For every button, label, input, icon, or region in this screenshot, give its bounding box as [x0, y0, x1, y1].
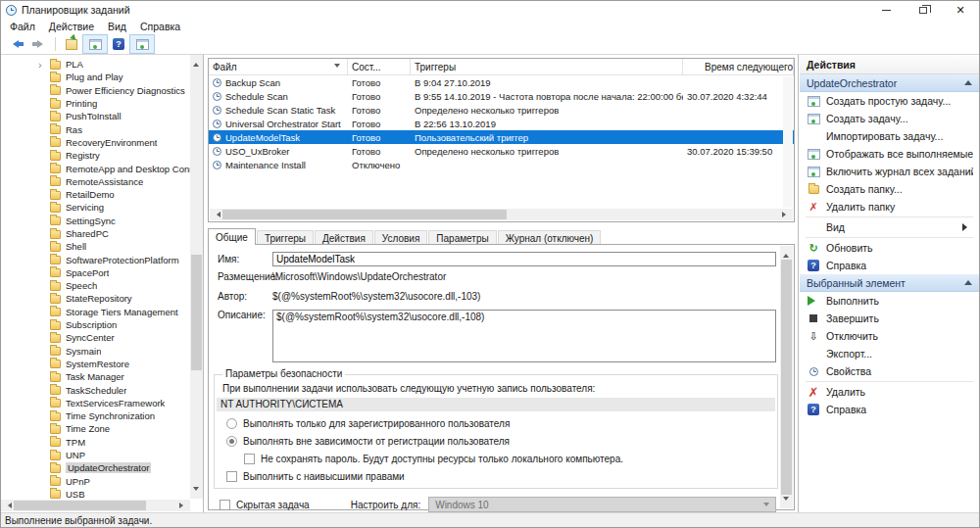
action-item[interactable]: Создать папку...: [800, 180, 979, 198]
tree-item[interactable]: Servicing: [1, 201, 190, 214]
properties-vertical-scrollbar[interactable]: [780, 246, 793, 508]
tree-item[interactable]: Speech: [1, 279, 190, 292]
task-row[interactable]: Schedule ScanГотовоВ 9:55 14.10.2019 - Ч…: [209, 89, 794, 103]
action-item[interactable]: Создать простую задачу...: [800, 92, 979, 110]
action-item[interactable]: Импортировать задачу...: [800, 127, 979, 145]
tree-item[interactable]: UPnP: [1, 475, 190, 488]
console-tree-button[interactable]: [83, 35, 107, 53]
description-field[interactable]: $(@%systemRoot%\system32\usocore.dll,-10…: [272, 310, 776, 362]
action-item[interactable]: Создать задачу...: [800, 110, 979, 127]
tree-item[interactable]: Plug and Play: [1, 71, 190, 83]
tree-vertical-scrollbar[interactable]: [190, 55, 203, 499]
action-item[interactable]: Свойства: [800, 362, 979, 380]
tree-item[interactable]: USB: [1, 488, 190, 499]
action-item[interactable]: Выполнить: [800, 292, 979, 310]
tab-item[interactable]: Параметры: [428, 230, 496, 245]
tree-item[interactable]: Time Synchronization: [1, 409, 190, 422]
action-item[interactable]: Отображать все выполняемые за...: [800, 145, 979, 163]
tree-item[interactable]: RetailDemo: [1, 188, 190, 201]
menu-item[interactable]: Файл: [3, 19, 42, 34]
back-button[interactable]: [4, 35, 27, 53]
task-row[interactable]: Schedule Scan Static TaskГотовоОпределен…: [209, 103, 794, 117]
action-item[interactable]: ↻Обновить: [800, 239, 979, 257]
task-row[interactable]: Universal Orchestrator StartГотовоВ 22:5…: [209, 117, 794, 130]
tree-item[interactable]: SharedPC: [1, 227, 190, 240]
tree-item[interactable]: Registry: [1, 149, 190, 162]
tree-item[interactable]: Time Zone: [1, 422, 190, 435]
task-hscroll-thumb[interactable]: [222, 210, 507, 219]
export-list-button[interactable]: [60, 35, 83, 53]
menu-item[interactable]: Вид: [101, 19, 133, 34]
task-horizontal-scrollbar[interactable]: [210, 209, 793, 220]
tree-item[interactable]: SoftwareProtectionPlatform: [1, 253, 190, 265]
forward-button[interactable]: [27, 35, 51, 53]
action-item[interactable]: ?Справка: [800, 401, 979, 418]
action-item[interactable]: ✗Удалить папку: [800, 198, 979, 216]
tree-item[interactable]: SettingSync: [1, 215, 190, 227]
column-header[interactable]: Время следующего з: [683, 59, 794, 74]
menu-item[interactable]: Справка: [133, 19, 187, 34]
task-name-field[interactable]: [272, 252, 776, 266]
tree-item[interactable]: SyncCenter: [1, 331, 190, 344]
tree-hscroll-thumb[interactable]: [14, 501, 146, 510]
expand-chevron-icon[interactable]: ›: [38, 60, 50, 70]
hidden-task-checkbox[interactable]: [220, 500, 230, 510]
close-button[interactable]: ✕: [942, 1, 979, 19]
action-item[interactable]: Экспорт...: [800, 345, 979, 362]
tree-item[interactable]: Sysmain: [1, 345, 190, 358]
column-header[interactable]: Сост...: [348, 59, 411, 74]
tree-item[interactable]: ›PLA: [1, 58, 190, 71]
task-vertical-scrollbar[interactable]: [783, 76, 793, 208]
action-pane-button[interactable]: [130, 35, 154, 53]
tree-item[interactable]: Power Efficiency Diagnostics: [1, 84, 190, 97]
tab-item[interactable]: Журнал (отключен): [498, 230, 602, 245]
tree-horizontal-scrollbar[interactable]: [1, 500, 190, 511]
tree-item[interactable]: UpdateOrchestrator: [1, 461, 190, 474]
selection-section-header[interactable]: Выбранный элемент: [800, 274, 979, 292]
tree-item[interactable]: Subscription: [1, 318, 190, 331]
tab-item[interactable]: Действия: [315, 230, 373, 245]
tree-item[interactable]: SpacePort: [1, 266, 190, 279]
props-vscroll-thumb[interactable]: [781, 260, 792, 495]
tab-item[interactable]: Условия: [374, 230, 428, 245]
task-row[interactable]: UpdateModelTaskГотовоПользовательский тр…: [209, 130, 794, 144]
highest-privileges-checkbox[interactable]: [226, 471, 237, 482]
run-when-logged-on-radio[interactable]: [226, 418, 237, 429]
action-item[interactable]: ?Справка: [800, 257, 979, 274]
run-independent-radio[interactable]: [226, 436, 237, 447]
tree-vscroll-thumb[interactable]: [191, 255, 202, 370]
task-row[interactable]: Maintenance InstallОтключено: [209, 158, 794, 171]
tab-item[interactable]: Триггеры: [257, 230, 314, 245]
tree-item[interactable]: RecoveryEnvironment: [1, 136, 190, 149]
task-row[interactable]: USO_UxBrokerГотовоОпределено несколько т…: [209, 144, 794, 158]
action-item[interactable]: Завершить: [800, 310, 979, 327]
configure-for-select[interactable]: Windows 10: [428, 497, 776, 512]
tree-item[interactable]: TPM: [1, 436, 190, 449]
tree-item[interactable]: Printing: [1, 97, 190, 110]
tree-item[interactable]: Storage Tiers Management: [1, 306, 190, 318]
tree-item[interactable]: RemoteAssistance: [1, 175, 190, 188]
folder-section-header[interactable]: UpdateOrchestrator: [800, 74, 979, 92]
tree-item[interactable]: RemoteApp and Desktop Conne: [1, 162, 190, 174]
tree-item[interactable]: TextServicesFramework: [1, 397, 190, 409]
help-button[interactable]: ?: [107, 35, 130, 53]
tree-item[interactable]: Ras: [1, 122, 190, 135]
action-item[interactable]: ✗Удалить: [800, 383, 979, 401]
action-item[interactable]: Вид: [800, 218, 979, 236]
tree-item[interactable]: SystemRestore: [1, 358, 190, 370]
tree-item[interactable]: Shell: [1, 240, 190, 253]
task-row[interactable]: Backup ScanГотовоВ 9:04 27.10.2019: [209, 75, 794, 89]
tree-item[interactable]: PushToInstall: [1, 110, 190, 122]
menu-item[interactable]: Действие: [42, 19, 101, 34]
action-item[interactable]: ⇩Отключить: [800, 327, 979, 345]
column-header[interactable]: Файл: [209, 59, 348, 74]
minimize-button[interactable]: [867, 1, 905, 19]
restore-button[interactable]: [905, 1, 942, 19]
action-item[interactable]: Включить журнал всех заданий: [800, 163, 979, 180]
tree-item[interactable]: UNP: [1, 449, 190, 461]
tree-item[interactable]: TaskScheduler: [1, 383, 190, 396]
column-header[interactable]: Триггеры: [411, 59, 683, 74]
tab-active[interactable]: Общие: [208, 228, 256, 245]
tree-item[interactable]: StateRepository: [1, 292, 190, 305]
no-password-checkbox[interactable]: [244, 454, 255, 464]
